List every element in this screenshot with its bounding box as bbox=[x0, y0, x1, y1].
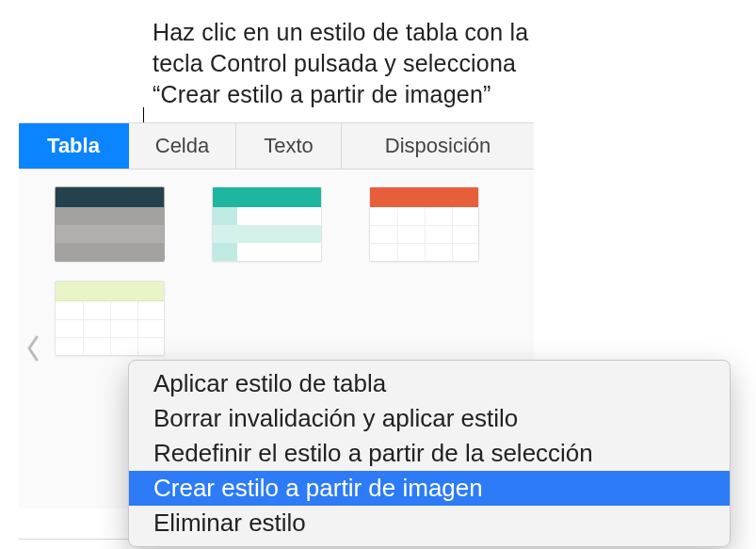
table-style-row-1 bbox=[55, 186, 515, 262]
thumb-body bbox=[213, 207, 321, 261]
menu-apply-style-label: Aplicar estilo de tabla bbox=[153, 369, 386, 397]
thumb-header bbox=[370, 187, 478, 207]
menu-delete-style[interactable]: Eliminar estilo bbox=[129, 506, 730, 541]
table-style-context-menu: Aplicar estilo de tabla Borrar invalidac… bbox=[128, 360, 731, 547]
callout-line-2: tecla Control pulsada y selecciona bbox=[153, 48, 528, 79]
tab-celda-label: Celda bbox=[155, 134, 209, 158]
table-style-row-2 bbox=[55, 281, 515, 356]
inspector-tab-row: Tabla Celda Texto Disposición bbox=[19, 123, 534, 170]
tab-tabla[interactable]: Tabla bbox=[19, 123, 129, 169]
thumb-body bbox=[56, 301, 164, 355]
menu-redefine-from-selection[interactable]: Redefinir el estilo a partir de la selec… bbox=[129, 436, 730, 471]
menu-clear-and-apply[interactable]: Borrar invalidación y aplicar estilo bbox=[129, 401, 730, 436]
tab-celda[interactable]: Celda bbox=[129, 123, 236, 169]
menu-create-from-image-label: Crear estilo a partir de imagen bbox=[153, 474, 483, 502]
thumb-body bbox=[56, 207, 164, 261]
tab-texto[interactable]: Texto bbox=[236, 123, 342, 169]
callout-line-1: Haz clic en un estilo de tabla con la bbox=[153, 17, 528, 48]
table-style-thumb-1[interactable] bbox=[55, 186, 165, 262]
callout-line-3: “Crear estilo a partir de imagen” bbox=[153, 79, 528, 110]
styles-prev-button[interactable] bbox=[19, 330, 47, 367]
thumb-header bbox=[213, 187, 321, 207]
tab-disposicion-label: Disposición bbox=[385, 134, 491, 158]
thumb-header bbox=[56, 187, 164, 207]
thumb-body bbox=[370, 207, 478, 261]
menu-delete-style-label: Eliminar estilo bbox=[153, 509, 306, 537]
table-style-thumb-3[interactable] bbox=[369, 186, 479, 262]
menu-create-style-from-image[interactable]: Crear estilo a partir de imagen bbox=[129, 471, 730, 506]
thumb-header bbox=[56, 282, 164, 301]
chevron-left-icon bbox=[25, 335, 40, 362]
tab-texto-label: Texto bbox=[264, 134, 314, 158]
table-style-thumb-4[interactable] bbox=[55, 281, 165, 356]
callout-text: Haz clic en un estilo de tabla con la te… bbox=[153, 17, 528, 110]
menu-redefine-label: Redefinir el estilo a partir de la selec… bbox=[153, 439, 593, 467]
table-style-thumb-2[interactable] bbox=[212, 186, 322, 262]
menu-clear-and-apply-label: Borrar invalidación y aplicar estilo bbox=[153, 404, 518, 432]
tab-disposicion[interactable]: Disposición bbox=[342, 123, 534, 169]
menu-apply-style[interactable]: Aplicar estilo de tabla bbox=[129, 366, 730, 401]
tab-tabla-label: Tabla bbox=[47, 134, 100, 158]
